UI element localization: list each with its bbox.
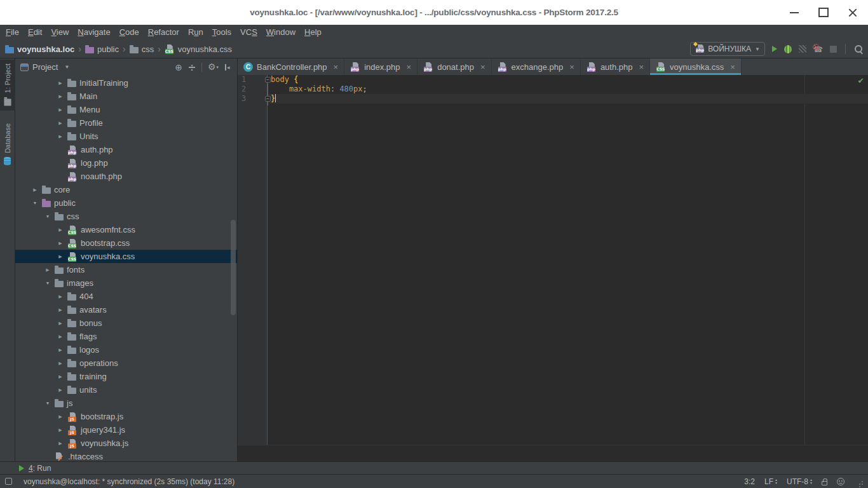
close-button[interactable] (844, 4, 862, 22)
tree-item-operations[interactable]: ▶operations (15, 356, 237, 370)
tab-close-icon[interactable]: × (639, 62, 644, 72)
expand-arrow-icon[interactable]: ▶ (56, 441, 65, 446)
tree-item-bootstrap-js[interactable]: ▶bootstrap.js (15, 410, 237, 423)
menu-run[interactable]: Run (184, 25, 208, 40)
expand-arrow-icon[interactable]: ▶ (56, 428, 65, 433)
expand-arrow-icon[interactable]: ▼ (43, 281, 52, 285)
editor-code[interactable]: ✔ body { max-width: 480px;} (268, 75, 868, 445)
tree-item-htaccess[interactable]: .htaccess (15, 450, 237, 461)
expand-arrow-icon[interactable]: ▶ (56, 321, 65, 326)
expand-arrow-icon[interactable]: ▶ (56, 414, 65, 419)
debug-icon[interactable] (784, 45, 792, 53)
expand-arrow-icon[interactable]: ▶ (56, 94, 65, 99)
collapse-all-icon[interactable] (188, 64, 196, 71)
code-line-2[interactable]: max-width: 480px; (268, 85, 868, 94)
tree-item-jquery341-js[interactable]: ▶jquery341.js (15, 423, 237, 437)
tree-item-bonus[interactable]: ▶bonus (15, 316, 237, 330)
locate-file-icon[interactable]: ⊕ (175, 63, 182, 72)
line-number[interactable]: 2 (238, 85, 267, 94)
resize-grip[interactable] (857, 478, 863, 485)
tree-item-flags[interactable]: ▶flags (15, 330, 237, 343)
expand-arrow-icon[interactable]: ▶ (56, 121, 65, 126)
menu-navigate[interactable]: Navigate (73, 25, 114, 40)
tree-item-units[interactable]: ▶Units (15, 130, 237, 143)
fold-marker-icon[interactable]: − (265, 96, 271, 102)
tree-item-bootstrap-css[interactable]: ▶bootstrap.css (15, 236, 237, 250)
tree-item-voynushka-css[interactable]: ▶voynushka.css (15, 250, 237, 263)
tree-item-css[interactable]: ▼css (15, 210, 237, 223)
expand-arrow-icon[interactable]: ▶ (56, 374, 65, 379)
expand-arrow-icon[interactable]: ▶ (56, 81, 65, 86)
expand-arrow-icon[interactable]: ▶ (56, 254, 65, 259)
expand-arrow-icon[interactable]: ▶ (31, 187, 39, 193)
breadcrumb-item-voynushka-loc[interactable]: voynushka.loc (5, 44, 74, 54)
expand-arrow-icon[interactable]: ▶ (43, 268, 52, 273)
run-icon[interactable] (772, 46, 777, 52)
tree-item-fonts[interactable]: ▶fonts (15, 263, 237, 276)
editor-tab-donat-php[interactable]: donat.php× (417, 58, 491, 75)
run-configuration-select[interactable]: ВОЙНУШКА ▼ (690, 42, 765, 56)
menu-refactor[interactable]: Refactor (144, 25, 184, 40)
menu-help[interactable]: Help (300, 25, 326, 40)
menu-tools[interactable]: Tools (208, 25, 236, 40)
tool-window-tab-database[interactable]: Database (0, 119, 15, 168)
hide-panel-icon[interactable] (224, 64, 232, 71)
expand-arrow-icon[interactable]: ▶ (56, 107, 65, 112)
expand-arrow-icon[interactable]: ▶ (56, 241, 65, 246)
menu-window[interactable]: Window (262, 25, 300, 40)
tree-item-log-php[interactable]: log.php (15, 156, 237, 170)
line-number[interactable]: 3− (238, 94, 267, 104)
tab-close-icon[interactable]: × (569, 62, 574, 72)
tree-item-core[interactable]: ▶core (15, 183, 237, 196)
code-line-1[interactable]: body { (268, 75, 868, 85)
listen-debug-icon[interactable] (813, 44, 823, 54)
gear-icon[interactable]: ⚙ (208, 62, 219, 72)
tree-item-noauth-php[interactable]: noauth.php (15, 170, 237, 183)
editor-gutter[interactable]: 1−23− (238, 75, 268, 445)
expand-arrow-icon[interactable]: ▶ (56, 134, 65, 139)
tree-item-awesomfnt-css[interactable]: ▶awesomfnt.css (15, 223, 237, 236)
expand-arrow-icon[interactable]: ▼ (43, 401, 52, 405)
tab-close-icon[interactable]: × (334, 62, 339, 72)
breadcrumb-item-css[interactable]: css (130, 44, 154, 54)
tree-item-avatars[interactable]: ▶avatars (15, 303, 237, 316)
tab-close-icon[interactable]: × (480, 62, 485, 72)
coverage-icon[interactable] (799, 45, 806, 53)
tree-item-voynushka-js[interactable]: ▶voynushka.js (15, 437, 237, 450)
encoding-widget[interactable]: UTF-8 (787, 477, 812, 486)
project-panel-title[interactable]: Project (32, 62, 58, 72)
menu-code[interactable]: Code (115, 25, 144, 40)
tree-item-units[interactable]: ▶units (15, 383, 237, 396)
tree-item-training[interactable]: ▶training (15, 370, 237, 383)
expand-arrow-icon[interactable]: ▶ (56, 334, 65, 339)
expand-arrow-icon[interactable]: ▶ (56, 348, 65, 353)
caret-position[interactable]: 3:2 (744, 477, 755, 486)
expand-arrow-icon[interactable]: ▶ (56, 294, 65, 299)
tab-close-icon[interactable]: × (730, 62, 735, 72)
fold-marker-icon[interactable]: − (265, 77, 271, 83)
breadcrumb-item-voynushka-css[interactable]: voynushka.css (165, 44, 232, 54)
editor-tab-voynushka-css[interactable]: voynushka.css× (650, 58, 742, 75)
expand-arrow-icon[interactable]: ▶ (56, 308, 65, 313)
editor-tab-auth-php[interactable]: auth.php× (581, 58, 650, 75)
breadcrumb-item-public[interactable]: public (85, 44, 119, 54)
menu-vcs[interactable]: VCS (236, 25, 262, 40)
run-tool-window-button[interactable]: 4: Run (29, 464, 51, 473)
lock-icon[interactable] (822, 481, 827, 485)
editor-tab-index-php[interactable]: index.php× (344, 58, 417, 75)
tree-item-logos[interactable]: ▶logos (15, 343, 237, 356)
code-line-3[interactable]: } (268, 94, 868, 104)
tree-item-images[interactable]: ▼images (15, 276, 237, 290)
expand-arrow-icon[interactable]: ▼ (43, 214, 52, 219)
tree-item-public[interactable]: ▼public (15, 196, 237, 210)
tab-close-icon[interactable]: × (407, 62, 412, 72)
expand-arrow-icon[interactable]: ▶ (56, 227, 65, 233)
tree-item-auth-php[interactable]: auth.php (15, 143, 237, 156)
expand-arrow-icon[interactable]: ▶ (56, 388, 65, 393)
expand-arrow-icon[interactable]: ▼ (31, 201, 39, 205)
search-everywhere-icon[interactable] (854, 44, 863, 53)
editor-tab-exchange-php[interactable]: exchange.php× (492, 58, 581, 75)
expand-arrow-icon[interactable]: ▶ (56, 361, 65, 366)
menu-edit[interactable]: Edit (24, 25, 46, 40)
tool-window-tab-project[interactable]: 1: Project (0, 60, 15, 111)
